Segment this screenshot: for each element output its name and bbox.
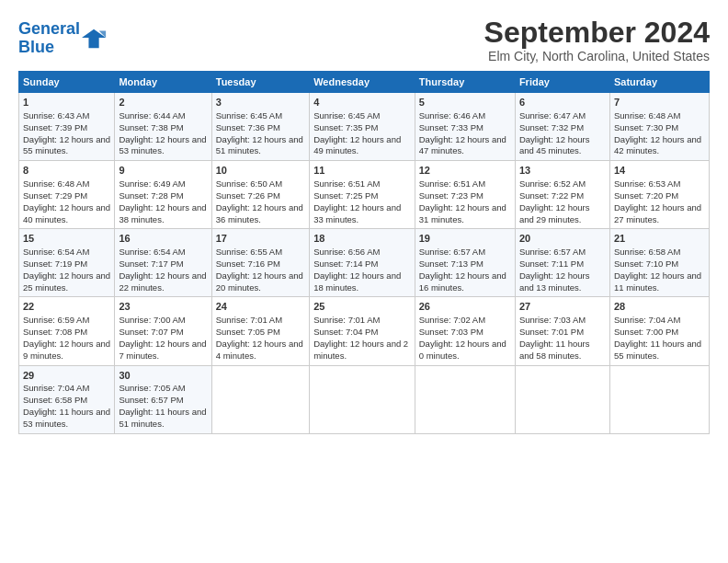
day-number: 12 — [419, 164, 511, 178]
sunset: Sunset: 7:03 PM — [419, 327, 483, 337]
calendar-week-4: 22Sunrise: 6:59 AMSunset: 7:08 PMDayligh… — [19, 297, 710, 365]
daylight: Daylight: 12 hours and 2 minutes. — [313, 339, 408, 361]
calendar-cell: 25Sunrise: 7:01 AMSunset: 7:04 PMDayligh… — [310, 297, 415, 365]
daylight: Daylight: 12 hours and 11 minutes. — [614, 270, 701, 293]
sunset: Sunset: 7:35 PM — [313, 122, 378, 132]
daylight: Daylight: 12 hours and 31 minutes. — [419, 202, 506, 224]
sunset: Sunset: 7:32 PM — [519, 122, 584, 132]
logo-line2: Blue — [18, 38, 54, 56]
sunrise: Sunrise: 6:55 AM — [216, 247, 282, 257]
header-thursday: Thursday — [415, 72, 515, 93]
daylight: Daylight: 12 hours and 53 minutes. — [119, 134, 206, 156]
sunset: Sunset: 7:13 PM — [419, 259, 483, 269]
calendar-cell: 20Sunrise: 6:57 AMSunset: 7:11 PMDayligh… — [515, 229, 609, 297]
sunset: Sunset: 7:14 PM — [313, 259, 378, 269]
calendar-cell: 1Sunrise: 6:43 AMSunset: 7:39 PMDaylight… — [19, 93, 115, 161]
calendar-cell: 2Sunrise: 6:44 AMSunset: 7:38 PMDaylight… — [115, 93, 211, 161]
daylight: Daylight: 11 hours and 53 minutes. — [23, 407, 110, 429]
sunrise: Sunrise: 6:45 AM — [216, 110, 282, 121]
sunset: Sunset: 7:28 PM — [119, 190, 183, 201]
sunrise: Sunrise: 7:01 AM — [216, 315, 282, 325]
day-number: 27 — [519, 300, 606, 314]
calendar-cell: 7Sunrise: 6:48 AMSunset: 7:30 PMDaylight… — [609, 93, 709, 161]
day-number: 5 — [419, 96, 511, 109]
day-number: 18 — [313, 232, 411, 246]
calendar-week-2: 8Sunrise: 6:48 AMSunset: 7:29 PMDaylight… — [19, 161, 710, 229]
logo-icon — [82, 26, 108, 52]
sunset: Sunset: 7:17 PM — [119, 259, 183, 269]
day-number: 11 — [313, 164, 411, 178]
daylight: Daylight: 11 hours and 58 minutes. — [519, 339, 590, 361]
day-number: 20 — [519, 232, 606, 246]
calendar-cell: 30Sunrise: 7:05 AMSunset: 6:57 PMDayligh… — [115, 365, 211, 433]
sunset: Sunset: 7:20 PM — [614, 190, 678, 201]
daylight: Daylight: 12 hours and 47 minutes. — [419, 134, 506, 156]
daylight: Daylight: 12 hours and 49 minutes. — [313, 134, 401, 156]
daylight: Daylight: 12 hours and 55 minutes. — [23, 134, 110, 156]
logo: General Blue — [18, 20, 108, 57]
sunset: Sunset: 7:39 PM — [23, 122, 87, 132]
calendar-cell: 12Sunrise: 6:51 AMSunset: 7:23 PMDayligh… — [415, 161, 515, 229]
daylight: Daylight: 12 hours and 51 minutes. — [216, 134, 303, 156]
calendar-cell: 23Sunrise: 7:00 AMSunset: 7:07 PMDayligh… — [115, 297, 211, 365]
daylight: Daylight: 12 hours and 38 minutes. — [119, 202, 206, 224]
sunrise: Sunrise: 6:48 AM — [23, 178, 89, 189]
day-number: 4 — [313, 96, 411, 109]
calendar-cell — [609, 365, 709, 433]
calendar-cell — [415, 365, 515, 433]
day-number: 16 — [119, 232, 207, 246]
calendar-cell: 29Sunrise: 7:04 AMSunset: 6:58 PMDayligh… — [19, 365, 115, 433]
day-number: 6 — [519, 96, 606, 109]
calendar-cell: 9Sunrise: 6:49 AMSunset: 7:28 PMDaylight… — [115, 161, 211, 229]
sunrise: Sunrise: 6:59 AM — [23, 315, 89, 325]
sunset: Sunset: 7:16 PM — [216, 259, 280, 269]
day-number: 26 — [419, 300, 511, 314]
sunset: Sunset: 6:58 PM — [23, 395, 87, 405]
calendar-cell: 14Sunrise: 6:53 AMSunset: 7:20 PMDayligh… — [609, 161, 709, 229]
header-tuesday: Tuesday — [211, 72, 309, 93]
day-number: 14 — [614, 164, 705, 178]
calendar-cell — [211, 365, 309, 433]
title-block: September 2024 Elm City, North Carolina,… — [484, 17, 710, 63]
day-number: 15 — [23, 232, 110, 246]
daylight: Daylight: 11 hours and 51 minutes. — [119, 407, 206, 429]
sunset: Sunset: 7:23 PM — [419, 190, 483, 201]
sunrise: Sunrise: 6:57 AM — [519, 247, 586, 257]
sunset: Sunset: 7:26 PM — [216, 190, 280, 201]
sunset: Sunset: 7:33 PM — [419, 122, 483, 132]
daylight: Daylight: 12 hours and 20 minutes. — [216, 270, 303, 293]
logo-line1: General — [18, 19, 80, 38]
daylight: Daylight: 12 hours and 40 minutes. — [23, 202, 110, 224]
sunset: Sunset: 7:07 PM — [119, 327, 183, 337]
sunset: Sunset: 6:57 PM — [119, 395, 183, 405]
sunrise: Sunrise: 6:51 AM — [313, 178, 380, 189]
sunrise: Sunrise: 7:00 AM — [119, 315, 185, 325]
sunrise: Sunrise: 6:45 AM — [313, 110, 380, 121]
sunrise: Sunrise: 6:54 AM — [119, 247, 185, 257]
day-number: 30 — [119, 369, 207, 383]
daylight: Daylight: 12 hours and 33 minutes. — [313, 202, 401, 224]
sunset: Sunset: 7:22 PM — [519, 190, 584, 201]
sunrise: Sunrise: 6:58 AM — [614, 247, 680, 257]
sunrise: Sunrise: 6:50 AM — [216, 178, 282, 189]
daylight: Daylight: 11 hours and 55 minutes. — [614, 339, 701, 361]
sunrise: Sunrise: 6:49 AM — [119, 178, 185, 189]
calendar-cell — [515, 365, 609, 433]
sunrise: Sunrise: 6:51 AM — [419, 178, 485, 189]
daylight: Daylight: 12 hours and 25 minutes. — [23, 270, 110, 293]
calendar-cell: 18Sunrise: 6:56 AMSunset: 7:14 PMDayligh… — [310, 229, 415, 297]
sunset: Sunset: 7:30 PM — [614, 122, 678, 132]
daylight: Daylight: 12 hours and 4 minutes. — [216, 339, 303, 361]
day-number: 7 — [614, 96, 705, 109]
sunrise: Sunrise: 6:43 AM — [23, 110, 89, 121]
daylight: Daylight: 12 hours and 9 minutes. — [23, 339, 110, 361]
day-number: 2 — [119, 96, 207, 109]
sunset: Sunset: 7:36 PM — [216, 122, 280, 132]
sunrise: Sunrise: 7:04 AM — [23, 383, 89, 393]
header-monday: Monday — [115, 72, 211, 93]
sunset: Sunset: 7:04 PM — [313, 327, 378, 337]
calendar-cell: 26Sunrise: 7:02 AMSunset: 7:03 PMDayligh… — [415, 297, 515, 365]
day-number: 23 — [119, 300, 207, 314]
day-number: 1 — [23, 96, 110, 109]
daylight: Daylight: 12 hours and 7 minutes. — [119, 339, 206, 361]
